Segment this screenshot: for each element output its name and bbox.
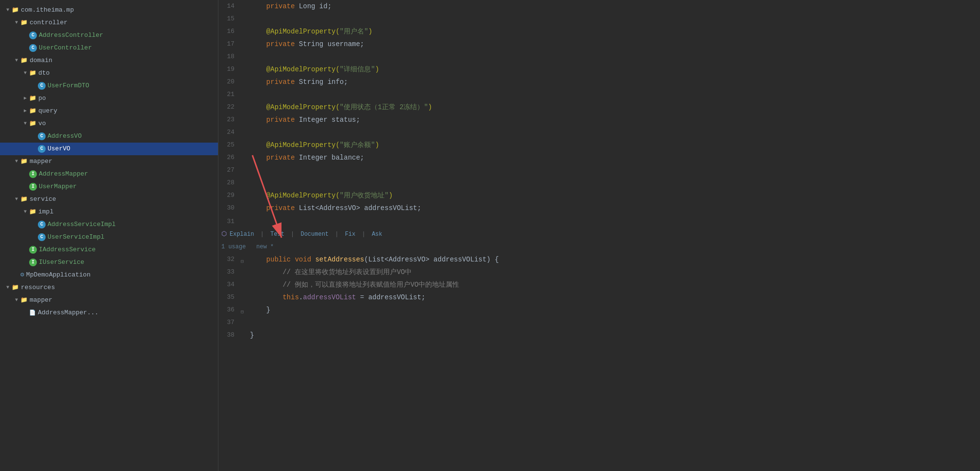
tree-label: UserFormDTO — [48, 81, 216, 91]
code-line: 26 private Integer balance; — [218, 151, 980, 164]
token: "账户余额" — [340, 141, 375, 149]
tree-item-UserController[interactable]: CUserController — [0, 42, 218, 54]
tree-item-impl[interactable]: ▼📁impl — [0, 206, 218, 218]
token: (List<AddressVO> addressVOList) { — [364, 256, 498, 263]
code-text: ⬡Explain | Test | Document | Fix | Ask1 … — [218, 228, 382, 253]
code-line: 20 private String info; — [218, 76, 980, 88]
file-tree[interactable]: ▼📁com.itheima.mp▼📁controllerCAddressCont… — [0, 0, 218, 471]
code-text: private Integer balance; — [247, 151, 980, 164]
ai-action-explain[interactable]: Explain — [230, 228, 254, 241]
tree-item-IUserService[interactable]: IIUserService — [0, 256, 218, 269]
class-icon: C — [29, 44, 37, 52]
tree-label: domain — [30, 55, 216, 66]
code-text: private String info; — [247, 76, 980, 88]
ai-icon: ⬡ — [221, 228, 227, 241]
code-line: 29 @ApiModelProperty("用户收货地址") — [218, 189, 980, 202]
token — [250, 116, 266, 124]
token: ) — [375, 141, 379, 149]
line-number: 31 — [218, 215, 240, 228]
token: = addressVOList; — [356, 293, 425, 301]
code-text: private String username; — [247, 38, 980, 50]
tree-item-query[interactable]: ▶📁query — [0, 105, 218, 117]
ai-action-test[interactable]: Test — [270, 228, 284, 241]
tree-item-res-mapper[interactable]: ▼📁mapper — [0, 294, 218, 307]
line-number: 36 — [218, 304, 240, 316]
tree-item-AddressController[interactable]: CAddressController — [0, 29, 218, 42]
separator: | — [287, 228, 298, 241]
editor-content: 14 private Long id;1516 @ApiModelPropert… — [218, 0, 980, 471]
class-icon: C — [38, 221, 46, 228]
tree-label: controller — [30, 17, 216, 28]
interface-icon: I — [29, 183, 37, 191]
tree-item-domain[interactable]: ▼📁domain — [0, 54, 218, 67]
class-icon: C — [38, 145, 46, 153]
token: this — [282, 293, 299, 301]
token: private — [266, 2, 295, 10]
token: } — [250, 331, 254, 339]
token: setAddresses — [315, 256, 364, 263]
folder-icon: 📁 — [20, 17, 28, 28]
tree-item-MpDemoApplication[interactable]: ⚙MpDemoApplication — [0, 269, 218, 281]
xml-icon: 📄 — [29, 308, 36, 318]
code-text: @ApiModelProperty("账户余额") — [247, 139, 980, 151]
tree-arrow: ▼ — [13, 295, 20, 306]
tree-item-com-itheima[interactable]: ▼📁com.itheima.mp — [0, 4, 218, 16]
usage-info: 1 usage new * — [221, 241, 382, 253]
token: List<AddressVO> addressVOList; — [295, 204, 421, 212]
token: Long id; — [295, 2, 332, 10]
tree-item-controller[interactable]: ▼📁controller — [0, 16, 218, 29]
code-line: 28 — [218, 177, 980, 189]
token: ) — [389, 192, 393, 199]
tree-label: MpDemoApplication — [26, 270, 216, 280]
ai-action-ask[interactable]: Ask — [372, 228, 382, 241]
tree-item-UserServiceImpl[interactable]: CUserServiceImpl — [0, 231, 218, 244]
tree-item-service[interactable]: ▼📁service — [0, 193, 218, 206]
ai-action-fix[interactable]: Fix — [345, 228, 356, 241]
tree-item-vo[interactable]: ▼📁vo — [0, 117, 218, 130]
token: "用户收货地址" — [340, 192, 389, 199]
tree-item-UserMapper[interactable]: IUserMapper — [0, 180, 218, 193]
code-text: // 在这里将收货地址列表设置到用户VO中 — [247, 266, 980, 278]
code-text: @ApiModelProperty("用户名") — [247, 25, 980, 38]
code-text: } — [247, 329, 980, 341]
tree-item-UserVO[interactable]: CUserVO — [0, 143, 218, 155]
token: String username; — [295, 40, 364, 48]
tree-item-resources[interactable]: ▼📁resources — [0, 281, 218, 294]
folder-icon: 📁 — [29, 93, 36, 104]
token: public — [266, 256, 291, 263]
tree-item-IAddressService[interactable]: IIAddressService — [0, 244, 218, 256]
token: private — [266, 78, 295, 86]
tree-label: com.itheima.mp — [21, 5, 216, 16]
tree-item-AddressVO[interactable]: CAddressVO — [0, 130, 218, 143]
tree-item-AddressMapper[interactable]: IAddressMapper — [0, 168, 218, 180]
tree-item-po[interactable]: ▶📁po — [0, 92, 218, 105]
tree-arrow: ▼ — [4, 5, 12, 16]
tree-label: AddressMapper... — [38, 308, 216, 318]
tree-item-UserFormDTO[interactable]: CUserFormDTO — [0, 80, 218, 92]
line-number: 33 — [218, 266, 240, 278]
code-line: 27 — [218, 164, 980, 177]
code-text: @ApiModelProperty("用户收货地址") — [247, 189, 980, 202]
code-line: 15 — [218, 13, 980, 25]
tree-item-AddressServiceImpl[interactable]: CAddressServiceImpl — [0, 218, 218, 231]
line-number: 17 — [218, 38, 240, 50]
token: ) — [375, 65, 379, 73]
tree-label: AddressVO — [48, 131, 216, 142]
folder-icon: 📁 — [29, 118, 36, 129]
tree-item-mapper[interactable]: ▼📁mapper — [0, 155, 218, 168]
interface-icon: I — [29, 170, 37, 178]
tree-item-dto[interactable]: ▼📁dto — [0, 67, 218, 80]
code-line: 17 private String username; — [218, 38, 980, 50]
tree-label: resources — [21, 282, 216, 293]
tree-label: AddressServiceImpl — [48, 219, 216, 230]
folder-icon: 📁 — [29, 207, 36, 217]
code-line: 32⊟ public void setAddresses(List<Addres… — [218, 253, 980, 266]
code-text: private List<AddressVO> addressVOList; — [247, 202, 980, 214]
token — [250, 256, 266, 263]
token: ) — [428, 103, 432, 111]
tree-item-AddressMapper2[interactable]: 📄AddressMapper... — [0, 307, 218, 319]
ai-action-document[interactable]: Document — [300, 228, 329, 241]
tree-arrow: ▼ — [13, 17, 20, 28]
interface-icon: I — [29, 259, 37, 266]
token: private — [266, 154, 295, 162]
